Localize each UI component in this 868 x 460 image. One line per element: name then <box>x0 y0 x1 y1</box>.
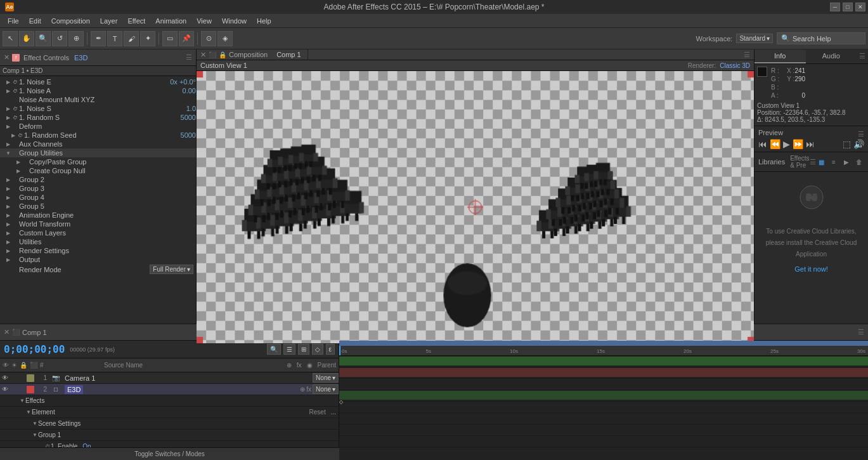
menu-view[interactable]: View <box>191 16 217 26</box>
menu-help[interactable]: Help <box>252 16 276 26</box>
toggle-switches-button[interactable]: Toggle Switches / Modes <box>0 447 339 460</box>
right-panel-gear-icon[interactable]: ☰ <box>857 49 868 63</box>
comp-lock-icon: 🔒 <box>219 51 226 58</box>
layer2-mode-dropdown[interactable]: None ▾ <box>313 384 339 394</box>
stopwatch-icon[interactable]: ⏱ <box>11 87 19 95</box>
tree-item-group-2[interactable]: ▶ Group 2 <box>0 175 196 184</box>
lib-delete-button[interactable]: 🗑 <box>854 157 864 167</box>
tree-item-group-3[interactable]: ▶ Group 3 <box>0 184 196 193</box>
tool-rotate[interactable]: ↺ <box>52 31 67 46</box>
reset-button[interactable]: Reset <box>309 409 331 416</box>
lib-grid-view-button[interactable]: ▦ <box>816 157 826 167</box>
tool-text[interactable]: T <box>107 31 122 46</box>
tree-item-animation-engine[interactable]: ▶ Animation Engine <box>0 211 196 220</box>
preview-gear-icon[interactable]: ☰ <box>858 130 864 138</box>
tool-rotobrush[interactable]: ⊙ <box>201 31 216 46</box>
tab-audio[interactable]: Audio <box>806 49 857 63</box>
close-button[interactable]: ✕ <box>855 3 865 11</box>
window-controls[interactable]: ─ □ ✕ <box>830 3 865 11</box>
tool-pen[interactable]: ✒ <box>91 31 106 46</box>
tree-item-world-transform[interactable]: ▶ World Transform <box>0 220 196 228</box>
timeline-gear-icon[interactable]: ☰ <box>858 328 864 336</box>
tree-item-noise-e[interactable]: ▶ ⏱ 1. Noise E 0x +0.0° <box>0 77 196 86</box>
timeline-expr-button[interactable]: ε <box>326 344 335 355</box>
layer1-mode-dropdown[interactable]: None ▾ <box>313 373 339 383</box>
tree-item-utilities[interactable]: ▶ Utilities <box>0 237 196 246</box>
timeline-key-button[interactable]: ◇ <box>312 344 323 355</box>
lib-add-button[interactable]: ▶ <box>841 157 852 167</box>
noise-e-value: 0x +0.0° <box>170 78 196 86</box>
preview-play-button[interactable]: ▶ <box>783 139 790 149</box>
timeline-timecode[interactable]: 0;00;00;00 <box>4 343 65 355</box>
panel-close-button[interactable]: ✕ <box>4 53 10 62</box>
layer1-vis-button[interactable]: 👁 <box>0 374 10 381</box>
comp-tab-comp1[interactable]: Comp 1 <box>270 49 308 60</box>
lib-list-view-button[interactable]: ≡ <box>829 157 839 167</box>
menu-edit[interactable]: Edit <box>24 16 46 26</box>
tree-item-random-seed[interactable]: ▶ ⏱ 1. Random Seed 5000 <box>0 131 196 140</box>
menu-effect[interactable]: Effect <box>122 16 150 26</box>
preview-last-button[interactable]: ⏭ <box>806 139 815 149</box>
menu-file[interactable]: File <box>3 16 24 26</box>
tree-item-group-5[interactable]: ▶ Group 5 <box>0 202 196 211</box>
tool-select[interactable]: ↖ <box>3 31 18 46</box>
menu-animation[interactable]: Animation <box>150 16 191 26</box>
stopwatch-icon[interactable]: ⏱ <box>16 131 24 139</box>
preview-next-button[interactable]: ⏩ <box>793 139 803 149</box>
tool-shape[interactable]: ▭ <box>162 31 178 46</box>
timeline-options-button[interactable]: ☰ <box>283 344 295 355</box>
timeline-ruler[interactable]: 0s 5s 10s 15s 20s 25s 30s <box>339 346 868 356</box>
tool-puppet[interactable]: ◈ <box>217 31 233 46</box>
effect-e3d-tab[interactable]: E3D <box>74 54 87 62</box>
stopwatch-icon[interactable]: ⏱ <box>11 114 19 121</box>
tab-info[interactable]: Info <box>755 49 806 63</box>
element-more-button[interactable]: ... <box>331 409 339 416</box>
stopwatch-icon[interactable]: ⏱ <box>11 105 19 112</box>
layer2-vis-button[interactable]: 👁 <box>0 386 10 393</box>
timeline-search-button[interactable]: 🔍 <box>267 344 281 355</box>
libraries-gear-icon[interactable]: ☰ <box>810 158 816 166</box>
timeline-close-button[interactable]: ✕ <box>4 328 10 336</box>
tree-item-render-settings[interactable]: ▶ Render Settings <box>0 246 196 255</box>
tree-item-group-utilities[interactable]: ▼ Group Utilities <box>0 148 196 157</box>
tree-item-output[interactable]: ▶ Output <box>0 255 196 264</box>
search-help-box[interactable]: 🔍 Search Help <box>777 32 865 44</box>
tree-item-aux-channels[interactable]: ▶ Aux Channels <box>0 140 196 148</box>
preview-first-button[interactable]: ⏮ <box>758 139 767 149</box>
render-mode-dropdown[interactable]: Full Render ▾ <box>150 265 193 274</box>
menu-composition[interactable]: Composition <box>46 16 95 26</box>
comp-menu-icon[interactable]: ☰ <box>744 51 750 59</box>
timeline-compose-button[interactable]: ⊞ <box>298 344 309 355</box>
tool-stamp[interactable]: ✦ <box>140 31 155 46</box>
tool-zoom[interactable]: 🔍 <box>36 31 51 46</box>
tree-item-noise-s[interactable]: ▶ ⏱ 1. Noise S 1.0 <box>0 104 196 113</box>
preview-prev-button[interactable]: ⏪ <box>770 139 781 149</box>
tree-item-custom-layers[interactable]: ▶ Custom Layers <box>0 228 196 237</box>
playhead-indicator <box>339 346 340 355</box>
minimize-button[interactable]: ─ <box>830 3 840 11</box>
get-it-now-link[interactable]: Get it now! <box>755 264 868 275</box>
tree-item-random-s[interactable]: ▶ ⏱ 1. Random S 5000 <box>0 113 196 122</box>
tool-brush[interactable]: 🖌 <box>124 31 139 46</box>
maximize-button[interactable]: □ <box>843 3 853 11</box>
tool-pin[interactable]: 📌 <box>179 31 194 46</box>
tool-hand[interactable]: ✋ <box>19 31 34 46</box>
tree-item-deform[interactable]: ▶ Deform <box>0 122 196 131</box>
comp-close-button[interactable]: ✕ <box>200 51 206 59</box>
arrow-icon: ▶ <box>5 239 11 245</box>
menu-layer[interactable]: Layer <box>95 16 123 26</box>
panel-gear-icon[interactable]: ☰ <box>186 53 192 62</box>
effect-visibility-button[interactable]: f <box>12 54 20 62</box>
stopwatch-icon[interactable]: ⏱ <box>11 78 19 86</box>
tree-item-group-4[interactable]: ▶ Group 4 <box>0 193 196 202</box>
workspace-select[interactable]: Standard ▾ <box>736 34 773 43</box>
tree-item-noise-multi[interactable]: Noise Amount Multi XYZ <box>0 95 196 104</box>
tree-item-copy-paste-group[interactable]: ▶ Copy/Paste Group <box>0 157 196 166</box>
preview-output-icon[interactable]: ⬚ <box>843 139 851 149</box>
tree-item-noise-a[interactable]: ▶ ⏱ 1. Noise A 0.00 <box>0 86 196 95</box>
tree-item-create-group-null[interactable]: ▶ Create Group Null <box>0 166 196 175</box>
comp-tab-area: ⬛ 🔒 Composition Comp 1 <box>209 49 308 60</box>
menu-window[interactable]: Window <box>217 16 252 26</box>
preview-audio-icon[interactable]: 🔊 <box>853 139 864 149</box>
tool-track-cam[interactable]: ⊕ <box>68 31 84 46</box>
